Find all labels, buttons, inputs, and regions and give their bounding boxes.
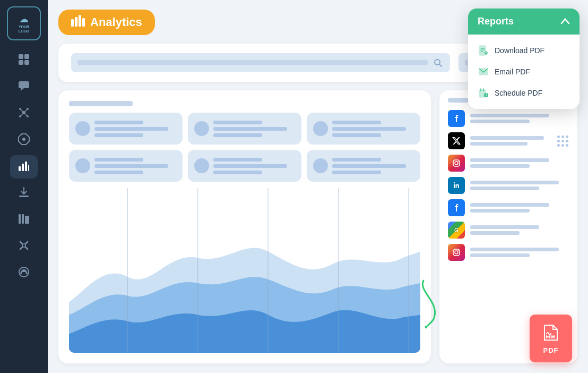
sidebar-item-support[interactable] — [10, 261, 38, 285]
social-line — [470, 203, 549, 207]
cards-grid — [69, 113, 420, 182]
network-icon — [18, 107, 30, 121]
email-pdf-label: Email PDF — [495, 67, 530, 76]
cloud-icon: ☁ — [19, 13, 29, 25]
svg-line-14 — [24, 113, 28, 116]
card-lines — [213, 121, 295, 137]
tools-icon — [18, 240, 30, 254]
sidebar-item-download[interactable] — [10, 182, 38, 205]
card-1 — [69, 113, 183, 145]
card-line — [94, 127, 168, 131]
svg-rect-0 — [19, 54, 23, 59]
svg-rect-24 — [25, 216, 29, 224]
social-line — [470, 253, 530, 257]
svg-rect-20 — [28, 165, 29, 171]
svg-rect-31 — [71, 19, 74, 27]
social-row-instagram — [448, 155, 569, 172]
social-line — [470, 142, 528, 146]
social-line — [470, 181, 559, 184]
card-avatar — [75, 158, 90, 173]
pdf-icon: PDF — [530, 315, 572, 362]
social-line — [470, 248, 559, 251]
svg-point-16 — [22, 138, 25, 141]
download-pdf-item[interactable]: Download PDF — [468, 40, 580, 61]
card-4 — [69, 150, 183, 182]
card-lines — [213, 158, 295, 174]
instagram2-icon — [448, 244, 465, 261]
card-line — [94, 164, 168, 168]
reports-items: Download PDF Email PDF — [468, 35, 580, 109]
social-line — [470, 231, 520, 235]
svg-rect-4 — [19, 81, 29, 88]
twitter-icon — [448, 132, 465, 149]
sidebar-item-tools[interactable] — [10, 235, 38, 258]
card-line — [94, 133, 143, 137]
reports-header: Reports — [468, 9, 580, 35]
schedule-pdf-item[interactable]: Schedule PDF — [468, 82, 580, 104]
left-panel — [58, 90, 431, 363]
search-input[interactable] — [71, 53, 450, 72]
social-lines — [470, 136, 552, 146]
social-row-twitter — [448, 132, 569, 149]
instagram-icon — [448, 155, 465, 172]
card-lines — [94, 121, 176, 137]
card-line — [332, 127, 406, 131]
svg-rect-22 — [19, 214, 21, 224]
social-row-linkedin — [448, 177, 569, 194]
card-line — [213, 121, 262, 124]
chevron-up-icon[interactable] — [560, 16, 570, 27]
social-line — [470, 225, 539, 229]
arrow-decoration — [413, 275, 461, 330]
email-pdf-item[interactable]: Email PDF — [468, 61, 580, 82]
download-icon — [18, 186, 30, 201]
search-fill — [77, 60, 428, 65]
logo: ☁ YOURLOGO — [7, 6, 41, 40]
card-line — [332, 133, 381, 137]
svg-point-44 — [458, 161, 459, 162]
sidebar-item-network[interactable] — [10, 102, 38, 125]
card-line — [94, 171, 143, 174]
card-line — [213, 171, 262, 174]
card-lines — [332, 158, 414, 174]
sidebar-item-dashboard[interactable] — [10, 49, 38, 72]
svg-rect-1 — [24, 54, 29, 59]
card-lines — [332, 121, 414, 137]
analytics-badge: Analytics — [58, 10, 155, 35]
svg-rect-2 — [19, 60, 23, 65]
svg-rect-33 — [79, 15, 81, 27]
social-line — [470, 209, 530, 213]
social-lines — [470, 225, 569, 235]
sidebar-item-octagon[interactable] — [10, 129, 38, 152]
pdf-file-icon — [541, 323, 560, 346]
card-5 — [188, 150, 301, 182]
logo-text: YOURLOGO — [19, 25, 30, 34]
analytics-label: Analytics — [90, 15, 142, 29]
svg-point-43 — [455, 162, 458, 165]
card-line — [213, 164, 287, 168]
sidebar-item-messages[interactable] — [10, 75, 38, 99]
card-2 — [188, 113, 301, 145]
schedule-pdf-icon — [478, 87, 489, 99]
sidebar-item-analytics[interactable] — [10, 155, 38, 179]
svg-point-27 — [22, 244, 25, 247]
social-row-instagram2 — [448, 244, 569, 261]
svg-rect-18 — [22, 164, 24, 171]
card-line — [332, 121, 381, 124]
email-pdf-icon — [478, 66, 489, 78]
svg-rect-23 — [22, 214, 24, 224]
svg-line-12 — [24, 109, 28, 113]
analytics-icon — [18, 160, 30, 174]
reports-popup: Reports Download PDF — [468, 9, 580, 109]
social-lines — [470, 181, 569, 190]
support-icon — [18, 266, 30, 281]
card-avatar — [313, 121, 328, 136]
google-icon: G — [448, 222, 465, 239]
content-row: G — [58, 90, 577, 363]
sidebar-item-library[interactable] — [10, 208, 38, 232]
social-line — [470, 114, 549, 117]
svg-rect-21 — [19, 196, 29, 197]
svg-line-11 — [20, 109, 24, 113]
card-3 — [307, 113, 420, 145]
search-icon — [432, 57, 444, 69]
svg-marker-53 — [425, 326, 428, 328]
